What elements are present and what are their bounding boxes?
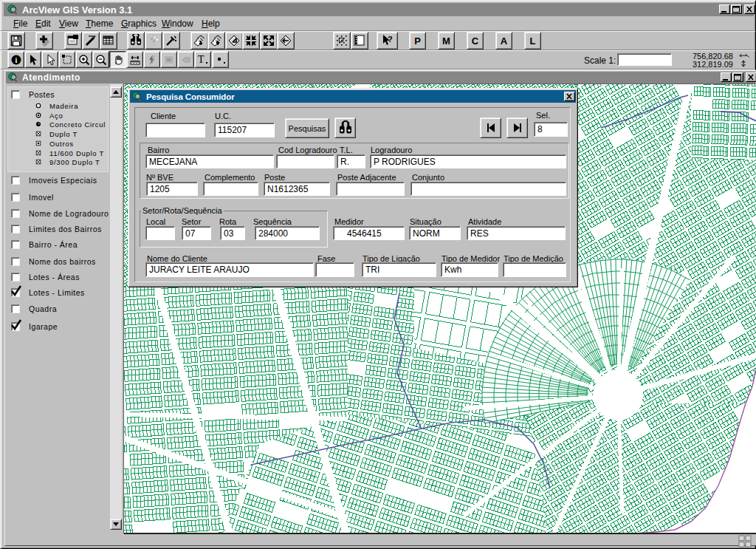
svg-text:?: ? <box>388 35 393 44</box>
svg-text:i: i <box>15 56 17 64</box>
svg-text:T: T <box>198 54 205 65</box>
